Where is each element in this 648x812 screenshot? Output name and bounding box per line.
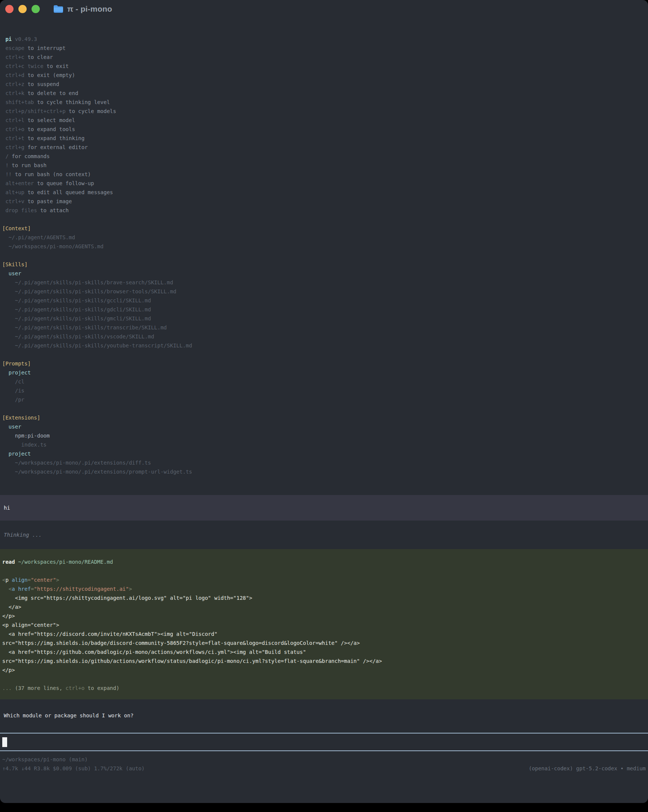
text-segment: to cycle models (66, 108, 116, 114)
terminal-line (2, 566, 646, 575)
text-segment: pi (2, 36, 12, 42)
terminal-line: </p> (2, 665, 646, 675)
zoom-button[interactable] (32, 5, 40, 13)
text-segment: ~/.pi/agent/skills/pi-skills/youtube-tra… (2, 342, 192, 348)
terminal-line: /pr (2, 395, 646, 404)
terminal-line: escape to interrupt (2, 44, 646, 53)
text-segment: < (2, 586, 12, 592)
text-segment: <a href="https://github.com/badlogic/pi-… (2, 649, 306, 655)
terminal-line: [Extensions] (2, 413, 646, 422)
terminal-line: ctrl+z to suspend (2, 79, 646, 89)
folder-icon (53, 5, 64, 13)
text-segment: v0.49.3 (12, 36, 37, 42)
text-segment: ~/.pi/agent/skills/pi-skills/gdcli/SKILL… (2, 307, 151, 313)
terminal-line: </p> (2, 611, 646, 620)
terminal-line: <a href="https://discord.com/invite/nKXT… (2, 629, 646, 638)
terminal-line: src="https://img.shields.io/badge/discor… (2, 638, 646, 647)
terminal-line: index.ts (2, 440, 646, 449)
terminal-line: project (2, 449, 646, 458)
text-segment: for external editor (24, 144, 88, 150)
close-button[interactable] (5, 5, 14, 13)
terminal-line: ~/workspaces/pi-mono/AGENTS.md (2, 242, 646, 251)
terminal-line: [Context] (2, 224, 646, 233)
terminal-line: ~/.pi/agent/skills/pi-skills/youtube-tra… (2, 341, 646, 350)
text-cursor (2, 737, 7, 747)
terminal-line (2, 675, 646, 684)
terminal-line: ~/.pi/agent/skills/pi-skills/vscode/SKIL… (2, 332, 646, 341)
text-segment: drop files (2, 207, 37, 213)
terminal-line: user (2, 422, 646, 431)
text-segment: </p> (2, 667, 15, 673)
text-segment: !! (2, 171, 12, 177)
text-segment: to run bash (9, 162, 47, 168)
text-segment: to select model (24, 117, 75, 123)
text-segment: to run bash (no context) (12, 171, 91, 177)
text-segment: src="https://img.shields.io/github/actio… (2, 658, 382, 664)
terminal-line: shift+tab to cycle thinking level (2, 98, 646, 107)
status-model: (openai-codex) gpt-5.2-codex • medium (529, 764, 646, 773)
text-segment: to expand tools (24, 126, 75, 132)
terminal-line: /is (2, 386, 646, 395)
text-segment: alt+enter (2, 180, 34, 186)
text-segment: user (2, 424, 21, 430)
terminal-line: ctrl+c to clear (2, 53, 646, 62)
terminal-line: ctrl+l to select model (2, 116, 646, 125)
title-bar: π - pi-mono (0, 0, 648, 18)
terminal-line: ~/.pi/agent/skills/pi-skills/browser-too… (2, 287, 646, 296)
text-segment: ctrl+o (2, 126, 24, 132)
terminal-line: / for commands (2, 152, 646, 161)
terminal-line (2, 215, 646, 224)
text-segment: [Prompts] (2, 360, 31, 366)
text-segment: src="https://img.shields.io/badge/discor… (2, 640, 360, 646)
terminal-line: ctrl+c twice to exit (2, 62, 646, 70)
terminal-line: <p align="center"> (2, 575, 646, 585)
text-segment: read (2, 559, 15, 565)
terminal-output: pi v0.49.3 escape to interrupt ctrl+c to… (0, 35, 648, 476)
text-segment: ctrl+v (2, 198, 24, 204)
terminal-line (2, 404, 646, 413)
status-cwd: ~/workspaces/pi-mono (main) (2, 755, 646, 764)
text-segment: ctrl+k (2, 90, 24, 96)
terminal-line: ctrl+d to exit (empty) (2, 70, 646, 79)
text-segment: to expand thinking (24, 135, 84, 141)
text-segment: > (56, 577, 59, 583)
text-segment: project (2, 369, 31, 375)
terminal-line: </a> (2, 603, 646, 611)
text-segment: ! (2, 162, 9, 168)
text-segment: </p> (2, 613, 15, 619)
status-usage: ↑4.7k ↓44 R3.8k $0.009 (sub) 1.7%/272k (… (2, 764, 145, 773)
text-segment: /is (2, 388, 24, 394)
text-segment: "center" (31, 577, 56, 583)
terminal-line: /cl (2, 377, 646, 386)
text-segment: = (27, 577, 30, 583)
text-segment: ctrl+z (2, 81, 24, 87)
terminal-line: !! to run bash (no context) (2, 170, 646, 179)
text-segment: to queue follow-up (34, 180, 94, 186)
terminal-line: ~/.pi/agent/skills/pi-skills/gccli/SKILL… (2, 296, 646, 305)
text-segment: [Extensions] (2, 415, 40, 421)
text-segment: to attach (37, 207, 69, 213)
minimize-button[interactable] (18, 5, 27, 13)
terminal-line: ctrl+g for external editor (2, 143, 646, 152)
terminal-line: alt+enter to queue follow-up (2, 179, 646, 188)
text-segment: a href (12, 586, 31, 592)
terminal-line: ~/.pi/agent/skills/pi-skills/transcribe/… (2, 323, 646, 332)
terminal-line: ... (37 more lines, ctrl+o to expand) (2, 684, 646, 693)
terminal-line: ~/workspaces/pi-mono/.pi/extensions/diff… (2, 458, 646, 467)
prompt-input[interactable] (0, 734, 648, 750)
text-segment: ctrl+c (2, 54, 24, 60)
text-segment: "https://shittycodingagent.ai" (34, 586, 129, 592)
text-segment: to paste image (24, 198, 72, 204)
terminal-line (2, 251, 646, 260)
text-segment: (37 more lines, (15, 685, 66, 691)
text-segment: to clear (24, 54, 53, 60)
terminal-line: read ~/workspaces/pi-mono/README.md (2, 557, 646, 566)
text-segment: ~/.pi/agent/skills/pi-skills/brave-searc… (2, 279, 173, 285)
text-segment: ~/.pi/agent/skills/pi-skills/gmcli/SKILL… (2, 316, 151, 322)
user-message-panel: hi (0, 495, 648, 520)
prompt-input-area[interactable] (0, 733, 648, 751)
text-segment: ctrl+p/shift+ctrl+p (2, 108, 66, 114)
text-segment: to edit all queued messages (24, 189, 113, 195)
text-segment: ~/.pi/agent/skills/pi-skills/transcribe/… (2, 325, 167, 331)
terminal-line: drop files to attach (2, 206, 646, 215)
